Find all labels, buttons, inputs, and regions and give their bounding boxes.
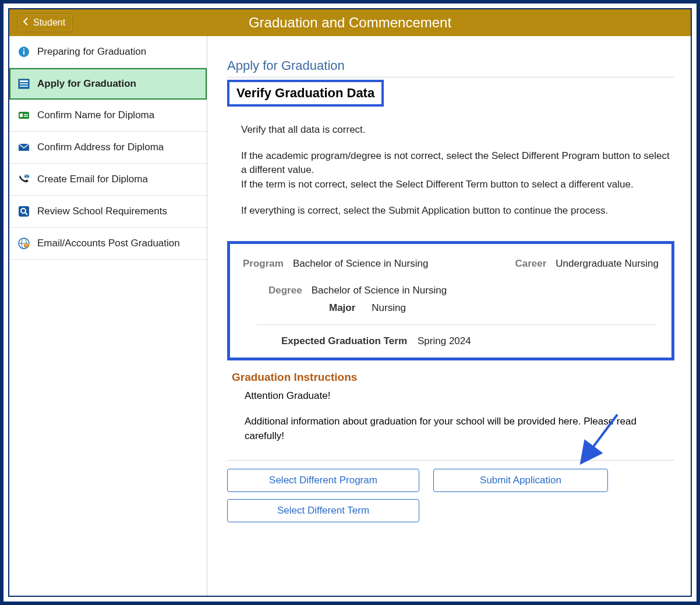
sidebar-item-post-graduation[interactable]: Email/Accounts Post Graduation bbox=[9, 228, 207, 260]
id-card-icon bbox=[17, 109, 30, 122]
button-row: Select Different Program Submit Applicat… bbox=[227, 469, 674, 522]
career-label: Career bbox=[515, 258, 546, 270]
search-icon bbox=[17, 205, 30, 218]
grad-instruction-line: Attention Graduate! bbox=[245, 388, 674, 404]
svg-rect-6 bbox=[20, 86, 28, 87]
svg-rect-1 bbox=[23, 51, 24, 55]
sidebar-item-label: Review School Requirements bbox=[37, 206, 167, 217]
row-program-career: Program Bachelor of Science in Nursing C… bbox=[243, 258, 659, 270]
svg-rect-4 bbox=[20, 80, 28, 82]
graduation-instructions-body: Attention Graduate! Additional informati… bbox=[245, 388, 674, 444]
chevron-left-icon bbox=[23, 17, 29, 28]
sidebar-item-label: Create Email for Diploma bbox=[37, 174, 148, 185]
inner-frame: Student Graduation and Commencement Prep… bbox=[8, 8, 692, 597]
instruction-line: If the academic program/degree is not co… bbox=[241, 149, 674, 192]
body-area: Preparing for Graduation Apply for Gradu… bbox=[9, 36, 691, 596]
select-different-term-button[interactable]: Select Different Term bbox=[227, 499, 419, 522]
back-button[interactable]: Student bbox=[17, 13, 73, 32]
mail-icon bbox=[17, 141, 30, 154]
header-bar: Student Graduation and Commencement bbox=[9, 9, 691, 36]
sidebar-item-review-requirements[interactable]: Review School Requirements bbox=[9, 196, 207, 228]
svg-rect-10 bbox=[24, 116, 28, 117]
sidebar-item-apply[interactable]: Apply for Graduation bbox=[9, 68, 207, 100]
svg-rect-13 bbox=[19, 206, 29, 217]
sidebar-item-label: Confirm Address for Diploma bbox=[37, 141, 164, 153]
grad-instruction-line: Additional information about graduation … bbox=[245, 414, 674, 444]
graduation-instructions-heading: Graduation Instructions bbox=[232, 371, 674, 384]
globe-mail-icon bbox=[17, 237, 30, 250]
svg-rect-2 bbox=[23, 48, 24, 49]
page-title: Graduation and Commencement bbox=[9, 15, 691, 31]
major-label: Major bbox=[329, 302, 355, 314]
sidebar-item-label: Apply for Graduation bbox=[37, 78, 136, 90]
phone-mail-icon bbox=[17, 173, 30, 186]
divider bbox=[227, 77, 674, 77]
instruction-line: If everything is correct, select the Sub… bbox=[241, 204, 674, 218]
degree-value: Bachelor of Science in Nursing bbox=[312, 285, 447, 296]
program-value: Bachelor of Science in Nursing bbox=[293, 258, 428, 270]
back-button-label: Student bbox=[33, 17, 65, 28]
degree-label: Degree bbox=[268, 285, 302, 296]
instruction-text: If the academic program/degree is not co… bbox=[241, 150, 670, 176]
term-label: Expected Graduation Term bbox=[281, 335, 407, 347]
svg-rect-8 bbox=[20, 114, 23, 117]
program-label: Program bbox=[243, 258, 284, 270]
divider bbox=[257, 324, 656, 325]
svg-rect-9 bbox=[24, 114, 28, 115]
sidebar-item-label: Confirm Name for Diploma bbox=[37, 109, 154, 121]
svg-rect-5 bbox=[20, 83, 28, 84]
divider bbox=[227, 460, 674, 461]
sidebar-item-confirm-address[interactable]: Confirm Address for Diploma bbox=[9, 132, 207, 164]
career-value: Undergraduate Nursing bbox=[556, 258, 659, 270]
section-heading: Verify Graduation Data bbox=[227, 80, 384, 107]
instructions-block: Verify that all data is correct. If the … bbox=[241, 123, 674, 218]
row-degree: Degree Bachelor of Science in Nursing bbox=[268, 285, 659, 296]
graduation-data-card: Program Bachelor of Science in Nursing C… bbox=[227, 241, 674, 360]
term-value: Spring 2024 bbox=[418, 335, 471, 347]
instruction-line: Verify that all data is correct. bbox=[241, 123, 674, 137]
row-term: Expected Graduation Term Spring 2024 bbox=[281, 335, 659, 347]
sidebar-item-confirm-name[interactable]: Confirm Name for Diploma bbox=[9, 100, 207, 132]
form-icon bbox=[17, 77, 30, 90]
sidebar-item-label: Preparing for Graduation bbox=[37, 46, 146, 58]
row-major: Major Nursing bbox=[329, 302, 659, 314]
sidebar-item-label: Email/Accounts Post Graduation bbox=[37, 238, 180, 249]
select-different-program-button[interactable]: Select Different Program bbox=[227, 469, 419, 492]
main-content: II Apply for Graduation Verify Graduatio… bbox=[207, 36, 691, 596]
instruction-text: If the term is not correct, select the S… bbox=[241, 179, 634, 190]
submit-application-button[interactable]: Submit Application bbox=[433, 469, 608, 492]
info-icon bbox=[17, 45, 30, 58]
sidebar: Preparing for Graduation Apply for Gradu… bbox=[9, 36, 207, 596]
sidebar-item-create-email[interactable]: Create Email for Diploma bbox=[9, 164, 207, 196]
page-subtitle: Apply for Graduation bbox=[227, 58, 674, 73]
major-value: Nursing bbox=[372, 302, 406, 314]
outer-frame: Student Graduation and Commencement Prep… bbox=[0, 0, 700, 605]
sidebar-item-preparing[interactable]: Preparing for Graduation bbox=[9, 36, 207, 68]
